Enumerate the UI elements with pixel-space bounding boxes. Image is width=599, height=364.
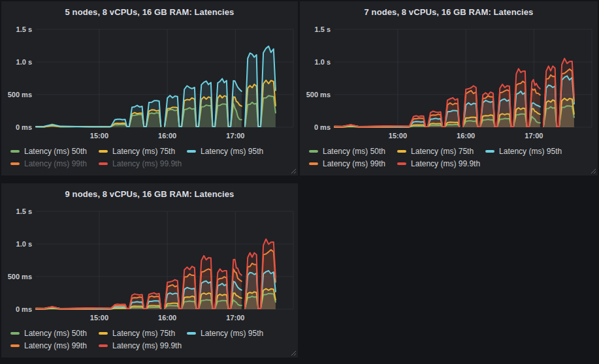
legend-swatch bbox=[309, 150, 318, 153]
panel-resize-handle[interactable] bbox=[291, 168, 297, 174]
legend-item[interactable]: Latency (ms) 50th bbox=[309, 147, 385, 156]
latency-chart[interactable]: 0 ms500 ms1.0 s1.5 s15:0016:0017:00 bbox=[1, 23, 298, 143]
y-axis-tick-label: 1.5 s bbox=[315, 25, 331, 33]
x-axis-tick-label: 16:00 bbox=[457, 132, 475, 140]
legend-label: Latency (ms) 75th bbox=[112, 329, 175, 338]
panel-title[interactable]: 7 nodes, 8 vCPUs, 16 GB RAM: Latencies bbox=[300, 7, 598, 18]
legend-item[interactable]: Latency (ms) 99th bbox=[10, 341, 87, 350]
legend-item[interactable]: Latency (ms) 99.9th bbox=[99, 159, 182, 168]
legend-label: Latency (ms) 95th bbox=[201, 147, 263, 156]
legend-swatch bbox=[10, 332, 20, 335]
latency-chart[interactable]: 0 ms500 ms1.0 s1.5 s15:0016:0017:00 bbox=[1, 205, 298, 325]
legend-label: Latency (ms) 99.9th bbox=[112, 341, 182, 350]
legend-swatch bbox=[99, 332, 108, 335]
legend-item[interactable]: Latency (ms) 75th bbox=[99, 329, 175, 338]
legend-label: Latency (ms) 50th bbox=[24, 329, 87, 338]
y-axis-tick-label: 0 ms bbox=[16, 123, 32, 131]
legend-label: Latency (ms) 99.9th bbox=[411, 159, 480, 168]
legend-item[interactable]: Latency (ms) 75th bbox=[397, 147, 474, 156]
legend-swatch bbox=[99, 162, 108, 165]
panel-resize-handle[interactable] bbox=[291, 350, 297, 356]
legend-label: Latency (ms) 75th bbox=[411, 147, 474, 156]
legend-row: Latency (ms) 99thLatency (ms) 99.9th bbox=[10, 157, 298, 170]
legend-item[interactable]: Latency (ms) 75th bbox=[99, 147, 175, 156]
legend-label: Latency (ms) 50th bbox=[323, 147, 385, 156]
legend-item[interactable]: Latency (ms) 50th bbox=[10, 329, 87, 338]
y-axis-tick-label: 0 ms bbox=[314, 123, 331, 131]
series-area-99.9pct bbox=[463, 68, 540, 127]
legend-swatch bbox=[10, 150, 20, 153]
panel-title[interactable]: 9 nodes, 8 vCPUs, 16 GB RAM: Latencies bbox=[1, 189, 298, 200]
legend-label: Latency (ms) 95th bbox=[201, 329, 263, 338]
series-area-95pct bbox=[165, 79, 242, 127]
x-axis-tick-label: 16:00 bbox=[158, 132, 176, 140]
legend-item[interactable]: Latency (ms) 99th bbox=[10, 159, 87, 168]
legend-label: Latency (ms) 95th bbox=[499, 147, 562, 156]
x-axis-tick-label: 17:00 bbox=[226, 314, 244, 322]
legend-item[interactable]: Latency (ms) 50th bbox=[10, 147, 87, 156]
legend-item[interactable]: Latency (ms) 95th bbox=[485, 147, 562, 156]
y-axis-tick-label: 500 ms bbox=[8, 91, 32, 99]
legend-swatch bbox=[10, 344, 20, 347]
legend-swatch bbox=[187, 150, 196, 153]
legend-label: Latency (ms) 99th bbox=[24, 159, 87, 168]
legend-row: Latency (ms) 99thLatency (ms) 99.9th bbox=[309, 157, 598, 170]
panel-resize-handle[interactable] bbox=[591, 168, 596, 174]
latency-chart[interactable]: 0 ms500 ms1.0 s1.5 s15:0016:0017:00 bbox=[300, 23, 596, 143]
y-axis-tick-label: 1.0 s bbox=[315, 58, 331, 66]
x-axis-tick-label: 17:00 bbox=[226, 132, 244, 140]
legend-swatch bbox=[485, 150, 494, 153]
panel-9-nodes-latencies: 9 nodes, 8 vCPUs, 16 GB RAM: Latencies 0… bbox=[1, 183, 298, 357]
legend-label: Latency (ms) 99th bbox=[24, 341, 87, 350]
legend: Latency (ms) 50thLatency (ms) 75thLatenc… bbox=[300, 145, 598, 170]
y-axis-tick-label: 1.0 s bbox=[16, 58, 32, 66]
legend-label: Latency (ms) 75th bbox=[112, 147, 175, 156]
y-axis-tick-label: 1.0 s bbox=[16, 240, 32, 248]
panel-5-nodes-latencies: 5 nodes, 8 vCPUs, 16 GB RAM: Latencies 0… bbox=[1, 1, 298, 175]
y-axis-tick-label: 1.5 s bbox=[16, 207, 32, 215]
legend-label: Latency (ms) 99.9th bbox=[112, 159, 182, 168]
dashboard-grid: 5 nodes, 8 vCPUs, 16 GB RAM: Latencies 0… bbox=[0, 0, 599, 359]
panel-7-nodes-latencies: 7 nodes, 8 vCPUs, 16 GB RAM: Latencies 0… bbox=[300, 1, 598, 175]
legend-swatch bbox=[309, 162, 318, 165]
x-axis-tick-label: 15:00 bbox=[389, 132, 407, 140]
y-axis-tick-label: 0 ms bbox=[16, 305, 32, 313]
legend-row: Latency (ms) 50thLatency (ms) 75thLatenc… bbox=[10, 145, 298, 157]
panel-title[interactable]: 5 nodes, 8 vCPUs, 16 GB RAM: Latencies bbox=[1, 7, 298, 18]
legend-row: Latency (ms) 50thLatency (ms) 75thLatenc… bbox=[309, 145, 598, 157]
legend-swatch bbox=[397, 150, 406, 153]
legend-item[interactable]: Latency (ms) 95th bbox=[187, 147, 263, 156]
legend: Latency (ms) 50thLatency (ms) 75thLatenc… bbox=[1, 145, 298, 170]
y-axis-tick-label: 500 ms bbox=[306, 91, 331, 99]
legend-swatch bbox=[99, 150, 108, 153]
x-axis-tick-label: 15:00 bbox=[90, 314, 108, 322]
legend-row: Latency (ms) 99thLatency (ms) 99.9th bbox=[10, 339, 298, 352]
legend-swatch bbox=[397, 162, 406, 165]
x-axis-tick-label: 15:00 bbox=[90, 132, 108, 140]
legend-item[interactable]: Latency (ms) 95th bbox=[187, 329, 263, 338]
x-axis-tick-label: 16:00 bbox=[158, 314, 176, 322]
legend: Latency (ms) 50thLatency (ms) 75thLatenc… bbox=[1, 327, 298, 352]
legend-swatch bbox=[10, 162, 20, 165]
legend-swatch bbox=[99, 344, 108, 347]
legend-item[interactable]: Latency (ms) 99th bbox=[309, 159, 385, 168]
y-axis-tick-label: 500 ms bbox=[8, 273, 32, 281]
legend-item[interactable]: Latency (ms) 99.9th bbox=[99, 341, 182, 350]
legend-swatch bbox=[187, 332, 196, 335]
legend-row: Latency (ms) 50thLatency (ms) 75thLatenc… bbox=[10, 327, 298, 339]
x-axis-tick-label: 17:00 bbox=[525, 132, 543, 140]
y-axis-tick-label: 1.5 s bbox=[16, 25, 32, 33]
legend-label: Latency (ms) 99th bbox=[323, 159, 385, 168]
legend-label: Latency (ms) 50th bbox=[24, 147, 87, 156]
legend-item[interactable]: Latency (ms) 99.9th bbox=[397, 159, 480, 168]
empty-dashboard-cell bbox=[300, 183, 598, 357]
